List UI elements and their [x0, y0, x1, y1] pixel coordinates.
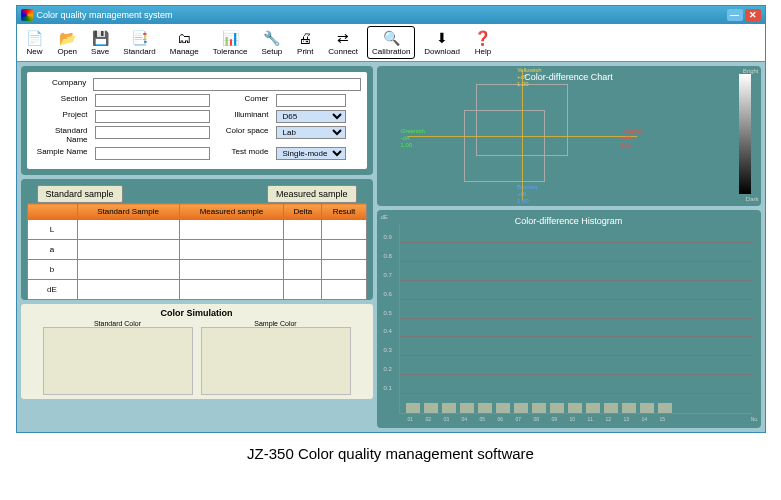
stdname-input[interactable] [95, 126, 210, 139]
brightness-bar [739, 74, 751, 194]
samplename-label: Sample Name [33, 147, 91, 160]
dark-label: Dark [746, 196, 759, 202]
table-header: Delta [284, 204, 322, 220]
table-row: dE [27, 280, 366, 300]
table-header: Standard Sample [77, 204, 179, 220]
standard-icon: 📑 [131, 29, 149, 47]
new-icon: 📄 [26, 29, 44, 47]
histogram-bar [478, 403, 492, 413]
calibration-icon: 🔍 [382, 29, 400, 47]
toolbar-print-button[interactable]: 🖨Print [291, 26, 319, 59]
histogram-panel: Color-difference Histogram dE 0.90.80.70… [377, 210, 761, 428]
stdname-label: Standard Name [33, 126, 91, 144]
table-header: Measured sample [179, 204, 284, 220]
app-window: Color quality management system ― ✕ 📄New… [16, 5, 766, 433]
tab-measured-sample[interactable]: Measured sample [267, 185, 357, 203]
toolbar-new-button[interactable]: 📄New [21, 26, 49, 59]
toolbar: 📄New📂Open💾Save📑Standard🗂Manage📊Tolerance… [17, 24, 765, 62]
window-title: Color quality management system [37, 10, 173, 20]
table-header [27, 204, 77, 220]
sample-color-swatch [201, 327, 351, 395]
axis-label-left: Greenish -dA 1.00 [401, 128, 425, 149]
titlebar: Color quality management system ― ✕ [17, 6, 765, 24]
histogram-bar [604, 403, 618, 413]
histogram-bar [532, 403, 546, 413]
diff-chart-panel: Color-difference Chart Yellowish +dY 1.0… [377, 66, 761, 206]
histogram-bar [424, 403, 438, 413]
minimize-button[interactable]: ― [727, 9, 743, 21]
illuminant-label: Illuminant [214, 110, 272, 123]
histogram-bar [568, 403, 582, 413]
histogram-bar [622, 403, 636, 413]
axis-label-top: Yellowish +dY 1.00 [517, 67, 542, 88]
toolbar-download-button[interactable]: ⬇Download [419, 26, 465, 59]
tab-standard-sample[interactable]: Standard sample [37, 185, 123, 203]
comer-input[interactable] [276, 94, 346, 107]
company-input[interactable] [93, 78, 360, 91]
histogram-bar [658, 403, 672, 413]
project-input[interactable] [95, 110, 210, 123]
diff-chart-axes: Yellowish +dY 1.00 Brunish -dB 1.00 Gree… [407, 71, 637, 201]
comer-label: Comer [214, 94, 272, 107]
setup-icon: 🔧 [263, 29, 281, 47]
axis-label-right: Reddish +dA 1.00 [620, 128, 642, 149]
histogram-bar [514, 403, 528, 413]
manage-icon: 🗂 [175, 29, 193, 47]
close-button[interactable]: ✕ [745, 9, 761, 21]
axis-label-bottom: Brunish -dB 1.00 [517, 184, 537, 205]
histogram-bar [496, 403, 510, 413]
simulation-panel: Color Simulation Standard Color Sample C… [21, 304, 373, 399]
illuminant-select[interactable]: D65 [276, 110, 346, 123]
toolbar-manage-button[interactable]: 🗂Manage [165, 26, 204, 59]
app-logo-icon [21, 9, 33, 21]
download-icon: ⬇ [433, 29, 451, 47]
toolbar-setup-button[interactable]: 🔧Setup [256, 26, 287, 59]
table-row: b [27, 260, 366, 280]
toolbar-connect-button[interactable]: ⇄Connect [323, 26, 363, 59]
testmode-select[interactable]: Single-model [276, 147, 346, 160]
toolbar-open-button[interactable]: 📂Open [53, 26, 83, 59]
section-label: Section [33, 94, 91, 107]
de-axis-label: dE [381, 214, 388, 220]
results-table: Standard SampleMeasured sampleDeltaResul… [27, 203, 367, 300]
company-label: Company [33, 78, 90, 91]
page-caption: JZ-350 Color quality management software [0, 445, 781, 462]
histogram-bar [442, 403, 456, 413]
bright-label: Bright [743, 68, 759, 74]
toolbar-save-button[interactable]: 💾Save [86, 26, 114, 59]
histogram-bar [460, 403, 474, 413]
colorspace-label: Color space [214, 126, 272, 144]
table-panel: Standard sample Measured sample Standard… [21, 179, 373, 300]
toolbar-standard-button[interactable]: 📑Standard [118, 26, 160, 59]
help-icon: ❓ [474, 29, 492, 47]
toolbar-calibration-button[interactable]: 🔍Calibration [367, 26, 415, 59]
sample-color-label: Sample Color [201, 320, 351, 327]
print-icon: 🖨 [296, 29, 314, 47]
histogram-bar [406, 403, 420, 413]
project-label: Project [33, 110, 91, 123]
histogram-frame: 0.90.80.70.60.50.40.30.20.10102030405060… [399, 224, 753, 414]
colorspace-select[interactable]: Lab [276, 126, 346, 139]
simulation-title: Color Simulation [25, 308, 369, 318]
form-panel: Company SectionComer ProjectIlluminantD6… [21, 66, 373, 175]
std-color-label: Standard Color [43, 320, 193, 327]
testmode-label: Test mode [214, 147, 272, 160]
table-row: L [27, 220, 366, 240]
samplename-input[interactable] [95, 147, 210, 160]
open-icon: 📂 [58, 29, 76, 47]
histogram-bar [586, 403, 600, 413]
histogram-bar [550, 403, 564, 413]
histogram-bar [640, 403, 654, 413]
connect-icon: ⇄ [334, 29, 352, 47]
toolbar-help-button[interactable]: ❓Help [469, 26, 497, 59]
tolerance-icon: 📊 [221, 29, 239, 47]
table-header: Result [322, 204, 366, 220]
table-row: a [27, 240, 366, 260]
section-input[interactable] [95, 94, 210, 107]
save-icon: 💾 [91, 29, 109, 47]
std-color-swatch [43, 327, 193, 395]
toolbar-tolerance-button[interactable]: 📊Tolerance [208, 26, 253, 59]
